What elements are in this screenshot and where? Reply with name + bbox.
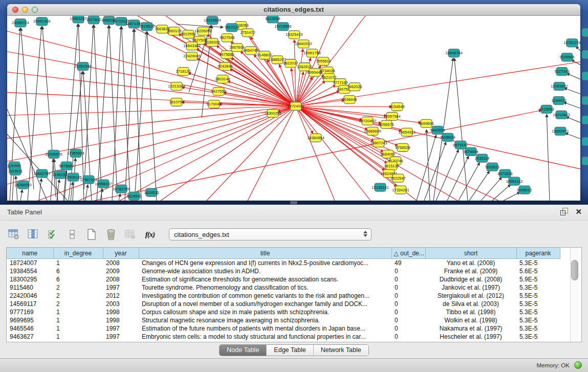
- network-node-highlighted[interactable]: 2867608: [229, 43, 244, 52]
- network-canvas[interactable]: 8660123891295418226058982750881863281654…: [7, 16, 580, 201]
- network-node[interactable]: 8813054: [265, 16, 280, 23]
- table-row[interactable]: 969969511998Structural magnetic resonanc…: [7, 316, 560, 324]
- network-node-highlighted[interactable]: 9242848: [217, 62, 232, 71]
- tab-edge-table[interactable]: Edge Table: [266, 345, 313, 356]
- function-icon[interactable]: f(x): [143, 228, 157, 241]
- select-all-icon[interactable]: [46, 228, 59, 241]
- network-node-highlighted[interactable]: 8427552: [211, 87, 226, 96]
- network-node[interactable]: 1527602: [86, 16, 101, 24]
- network-node[interactable]: 9624503: [126, 192, 141, 200]
- scrollbar-thumb[interactable]: [571, 260, 578, 280]
- close-icon[interactable]: ✕: [575, 208, 582, 215]
- column-header-pagerank[interactable]: pagerank: [516, 248, 560, 259]
- network-node[interactable]: 8938924: [440, 133, 455, 141]
- network-node-highlighted[interactable]: 18640910: [295, 40, 312, 48]
- network-node[interactable]: 3313911: [8, 167, 23, 175]
- float-panel-icon[interactable]: [560, 208, 568, 215]
- table-row[interactable]: 1872400712008Changes of HCN gene express…: [7, 259, 560, 268]
- column-header-short[interactable]: short: [425, 248, 516, 259]
- network-node[interactable]: 9245012: [517, 186, 532, 194]
- table-row[interactable]: 946362711997Embryonic stem cells: a mode…: [7, 333, 560, 341]
- network-node-highlighted[interactable]: 9475685: [219, 51, 234, 59]
- table-row[interactable]: 2242004622012Investigating the contribut…: [7, 292, 560, 300]
- row-height-icon[interactable]: [66, 228, 79, 241]
- network-window-titlebar[interactable]: citations_edges.txt: [7, 4, 580, 16]
- table-settings-icon[interactable]: [7, 228, 20, 241]
- network-node-highlighted[interactable]: 8096575: [379, 120, 394, 128]
- column-header-year[interactable]: year: [103, 248, 139, 259]
- network-node-highlighted[interactable]: 7663822: [155, 25, 169, 33]
- memory-ok-indicator[interactable]: [574, 361, 582, 369]
- network-node-highlighted[interactable]: 7462026: [347, 83, 362, 91]
- network-node[interactable]: 2935114: [475, 154, 490, 162]
- network-node[interactable]: 8215953: [539, 105, 554, 114]
- network-node-highlighted[interactable]: 18226058: [194, 27, 211, 35]
- network-node-highlighted[interactable]: 15720407: [359, 117, 376, 125]
- network-node-highlighted[interactable]: 1615132: [384, 162, 399, 170]
- network-node-highlighted[interactable]: 2803144: [215, 75, 230, 83]
- network-node[interactable]: 13505135: [64, 173, 81, 181]
- delete-trash-icon[interactable]: [104, 228, 118, 241]
- network-node-highlighted[interactable]: 2751472: [240, 29, 255, 37]
- table-row[interactable]: 1938455462009Genome-wide association stu…: [7, 267, 560, 275]
- network-node[interactable]: 16782759: [113, 185, 129, 193]
- network-node[interactable]: 12093832: [551, 82, 568, 91]
- network-node[interactable]: 9975887: [59, 162, 74, 170]
- network-node[interactable]: 8471626: [497, 169, 512, 178]
- network-node-highlighted[interactable]: 8912954: [181, 30, 195, 38]
- network-node-highlighted[interactable]: 9756928: [395, 143, 410, 151]
- network-node[interactable]: 7515526: [139, 23, 154, 31]
- network-node[interactable]: 1244413: [551, 97, 566, 105]
- network-node-highlighted[interactable]: 2936448: [342, 96, 357, 104]
- network-node-highlighted[interactable]: 2718120: [176, 68, 190, 76]
- network-node[interactable]: 17359924: [67, 149, 84, 157]
- network-node[interactable]: 20691406: [33, 17, 50, 26]
- network-node[interactable]: 10653257: [70, 16, 86, 23]
- network-node-highlighted[interactable]: 9827546: [220, 34, 234, 42]
- table-selector-dropdown[interactable]: citations_edges.txt: [169, 228, 372, 240]
- network-node-highlighted[interactable]: 8454749: [243, 47, 258, 55]
- network-node-highlighted[interactable]: 9699695: [419, 119, 433, 127]
- network-node-highlighted[interactable]: 12213343: [168, 82, 185, 91]
- new-file-icon[interactable]: [85, 228, 98, 241]
- network-node[interactable]: 7632621: [485, 163, 499, 171]
- network-node-highlighted[interactable]: 8186328: [205, 38, 220, 47]
- column-header-title[interactable]: title: [139, 248, 391, 259]
- network-node[interactable]: 1624533: [144, 188, 159, 196]
- network-node[interactable]: 16033809: [204, 16, 221, 25]
- network-node-highlighted[interactable]: 18325419: [286, 31, 302, 39]
- network-node[interactable]: 9227343: [554, 68, 569, 76]
- network-node[interactable]: 9474444: [463, 147, 478, 156]
- network-node[interactable]: 9440954: [430, 126, 445, 134]
- network-node[interactable]: 15692971: [552, 127, 569, 135]
- network-node[interactable]: 24055724: [12, 19, 29, 27]
- splitter-handle[interactable]: [290, 201, 297, 204]
- network-node-highlighted[interactable]: 2522547: [390, 174, 405, 182]
- vertical-scrollbar[interactable]: [570, 248, 578, 342]
- network-node[interactable]: 16648784: [445, 49, 462, 57]
- network-node-highlighted[interactable]: 18957584: [383, 112, 400, 120]
- network-node-highlighted[interactable]: 9154549: [389, 103, 404, 111]
- column-header-outde[interactable]: △ out_de...: [391, 248, 425, 259]
- tab-network-table[interactable]: Network Table: [313, 345, 368, 356]
- network-node[interactable]: 15136141: [372, 183, 388, 191]
- network-node[interactable]: 21053346: [74, 62, 91, 71]
- column-header-indegree[interactable]: in_degree: [53, 248, 103, 259]
- network-node-highlighted[interactable]: 10688609: [364, 127, 381, 135]
- network-node-highlighted[interactable]: 7955812: [316, 57, 331, 65]
- network-node-highlighted[interactable]: 1810754: [169, 98, 184, 106]
- network-node-highlighted[interactable]: 9170043: [206, 100, 221, 108]
- network-node[interactable]: 10654112: [506, 177, 523, 185]
- tab-node-table[interactable]: Node Table: [220, 345, 266, 356]
- network-node-highlighted[interactable]: 16961758: [303, 49, 320, 57]
- table-row[interactable]: 946554611997Estimation of the future num…: [7, 324, 560, 333]
- table-row[interactable]: 1456911722003Disruption of a novel membe…: [7, 300, 560, 308]
- table-row[interactable]: 911546021997Tourette syndrome. Phenomeno…: [7, 283, 560, 292]
- network-node[interactable]: 9329966: [559, 53, 574, 61]
- network-node[interactable]: 15751074: [563, 39, 580, 47]
- delete-table-icon[interactable]: [124, 228, 137, 241]
- network-node[interactable]: 19218596: [274, 23, 291, 31]
- network-node[interactable]: 7857224: [224, 24, 239, 32]
- table-row[interactable]: 1830029562008Estimation of significance …: [7, 275, 560, 283]
- edit-columns-icon[interactable]: [27, 228, 40, 241]
